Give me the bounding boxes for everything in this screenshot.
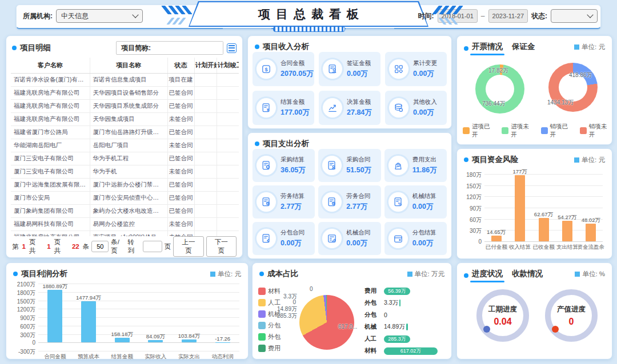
stat-card: 其他收入0.00万 bbox=[385, 91, 447, 125]
table-row[interactable]: 厦门象屿集团有限公司象屿办公大楼水电改造项目已签合同 bbox=[11, 205, 239, 218]
column-header: 客户名称 bbox=[11, 58, 90, 74]
goto-page-input[interactable] bbox=[143, 241, 162, 252]
gauge-dot-icon bbox=[552, 326, 559, 333]
tab-collection-status[interactable]: 收款情况 bbox=[512, 269, 543, 279]
gridline bbox=[484, 196, 603, 197]
table-row[interactable]: 福建易网科技有限公司易网办公楼监控未签合同 bbox=[11, 218, 239, 231]
machine-contract-icon bbox=[322, 229, 342, 248]
cell-plan-start bbox=[194, 218, 217, 231]
table-row[interactable]: 福建兆联房地产有限公司惠安项目（1x800KVA吊臂柜）未签合同 bbox=[11, 231, 239, 237]
panel-title: 项目收入分析 bbox=[255, 42, 309, 52]
legend-item[interactable]: 销项未开 bbox=[580, 123, 612, 139]
cell-plan-start bbox=[194, 139, 217, 152]
table-row[interactable]: 厦门市公安局厦门市公安局侦查中心办公设...已签合同 bbox=[11, 192, 239, 205]
stat-card: 劳务结算2.77万 bbox=[253, 185, 315, 219]
legend-label: 费用 bbox=[268, 344, 281, 353]
card-label: 合同金额 bbox=[281, 59, 314, 67]
table-row[interactable]: 百诺肯净水设备(厦门)有限公司百诺肯信息集成项目项目在建 bbox=[11, 74, 239, 87]
column-header: 计划竣工 bbox=[217, 58, 239, 74]
donut-label: 17.82万 bbox=[488, 67, 508, 75]
table-row[interactable]: 厦门三安电子有限公司华为手机工程已签合同 bbox=[11, 152, 239, 165]
cell-plan-end bbox=[217, 100, 239, 113]
header-slash-deco-right2 bbox=[441, 18, 455, 25]
gridline bbox=[38, 326, 239, 326]
cost-name: 分包 bbox=[364, 311, 382, 319]
stat-card: 劳务合同2.77万 bbox=[318, 185, 380, 219]
card-value: 0.00万 bbox=[281, 238, 305, 248]
bar-value-label: 84.09万 bbox=[138, 333, 173, 341]
cost-ratio-panel: 成本占比 单位: 万元 材料人工机械分包外包费用 0 3.3万 0 14.89万… bbox=[252, 262, 452, 359]
cell-plan-end bbox=[217, 87, 239, 100]
legend-item[interactable]: 进项未开 bbox=[502, 123, 534, 139]
list-icon[interactable] bbox=[227, 43, 237, 53]
cell-status: 已签合同 bbox=[167, 100, 194, 113]
legend-item[interactable]: 费用 bbox=[258, 344, 281, 353]
legend-item[interactable]: 分包 bbox=[258, 321, 281, 330]
cell-customer: 厦门市公安局 bbox=[11, 192, 90, 205]
table-row[interactable]: 福建兆联房地产有限公司天华园集成项目未签合同 bbox=[11, 113, 239, 126]
output-progress-gauge: 产值进度 0 bbox=[545, 289, 598, 342]
y-axis-tick: 2100万 bbox=[12, 281, 35, 289]
bar-value-label: 1477.94万 bbox=[71, 294, 106, 302]
cell-project: 易网办公楼监控 bbox=[90, 218, 167, 231]
cell-project: 岳阳电厂项目 bbox=[90, 139, 167, 152]
legend-swatch-icon bbox=[258, 345, 266, 352]
tab-deposit[interactable]: 保证金 bbox=[512, 42, 535, 52]
legend-item[interactable]: 进项已开 bbox=[463, 123, 495, 139]
card-label: 其他收入 bbox=[413, 98, 437, 106]
cell-customer: 福建易网科技有限公司 bbox=[11, 218, 90, 231]
card-value: 11.86万 bbox=[412, 165, 437, 175]
tab-progress-status[interactable]: 进度状况 bbox=[472, 269, 503, 282]
header-slash-deco-left2 bbox=[169, 18, 183, 25]
table-row[interactable]: 福建兆联房地产有限公司天华园项目设备销售部分已签合同 bbox=[11, 87, 239, 100]
pie-label: 285.3万 bbox=[267, 312, 297, 320]
card-value: 0.00万 bbox=[347, 69, 371, 79]
tab-invoice-status[interactable]: 开票情况 bbox=[472, 42, 503, 55]
stat-card: 费用支出11.86万 bbox=[384, 149, 447, 182]
search-label: 项目简称: bbox=[117, 43, 153, 53]
org-select[interactable]: 中天信息 bbox=[56, 9, 143, 23]
card-label: 累计变更 bbox=[413, 59, 437, 67]
panel-tabs: 开票情况 保证金 bbox=[464, 42, 535, 55]
cell-project: 天华园项目系统集成部分 bbox=[90, 100, 167, 113]
stat-card: 签证金额0.00万 bbox=[319, 52, 380, 86]
y-axis-tick: 0 bbox=[464, 238, 482, 245]
bar bbox=[515, 175, 525, 241]
date-to-input[interactable]: 2023-11-27 bbox=[488, 9, 528, 23]
y-axis-tick: 150万 bbox=[464, 183, 482, 191]
prev-page-button[interactable]: 上一页 bbox=[173, 236, 203, 257]
table-row[interactable]: 福建兆联房地产有限公司天华园项目系统集成部分已签合同 bbox=[11, 100, 239, 113]
legend-item[interactable]: 销项已开 bbox=[541, 123, 573, 139]
y-axis-tick: 1500万 bbox=[12, 298, 35, 306]
legend-item[interactable]: 外包 bbox=[258, 333, 281, 341]
next-page-button[interactable]: 下一页 bbox=[206, 236, 237, 257]
panel-title-text: 成本占比 bbox=[267, 269, 298, 279]
project-search-input[interactable] bbox=[153, 42, 223, 54]
bar-value-label: -17.26 bbox=[206, 335, 240, 342]
invoice-legend: 进项已开进项未开销项已开销项未开 bbox=[463, 123, 612, 139]
y-axis-tick: 300万 bbox=[12, 331, 35, 339]
table-row[interactable]: 华能湖南岳阳电厂岳阳电厂项目未签合同 bbox=[11, 139, 239, 152]
title-dash-deco bbox=[273, 26, 345, 32]
labor-settle-icon bbox=[257, 192, 276, 212]
status-select[interactable] bbox=[551, 9, 598, 23]
panel-title-text: 项目收入分析 bbox=[263, 42, 309, 52]
panel-title-text: 项目资金风险 bbox=[472, 155, 518, 165]
cell-customer: 厦门三安电子有限公司 bbox=[11, 165, 90, 179]
table-row[interactable]: 厦门中远海集团发展有限公司厦门中远新办公楼门禁系统已签合同 bbox=[11, 179, 239, 192]
legend-label: 进项未开 bbox=[511, 123, 534, 139]
gauge-value: 0.04 bbox=[494, 317, 511, 327]
gridline bbox=[38, 301, 239, 301]
gridline bbox=[38, 309, 239, 309]
bar bbox=[491, 236, 502, 241]
table-row[interactable]: 福建省厦门市公路局厦门市仙岳路路灯升级改造项目已签合同 bbox=[11, 126, 239, 139]
page-size-input[interactable] bbox=[91, 241, 109, 252]
card-value: 27.84万 bbox=[347, 108, 372, 118]
cost-name: 机械 bbox=[364, 323, 382, 331]
cell-plan-end bbox=[217, 192, 239, 205]
cell-status: 未签合同 bbox=[167, 218, 194, 231]
cell-plan-start bbox=[194, 126, 217, 139]
cost-value: 3.3万 bbox=[384, 299, 398, 307]
table-row[interactable]: 厦门三安电子有限公司华为手机未签合同 bbox=[11, 165, 239, 179]
bar bbox=[539, 218, 549, 241]
